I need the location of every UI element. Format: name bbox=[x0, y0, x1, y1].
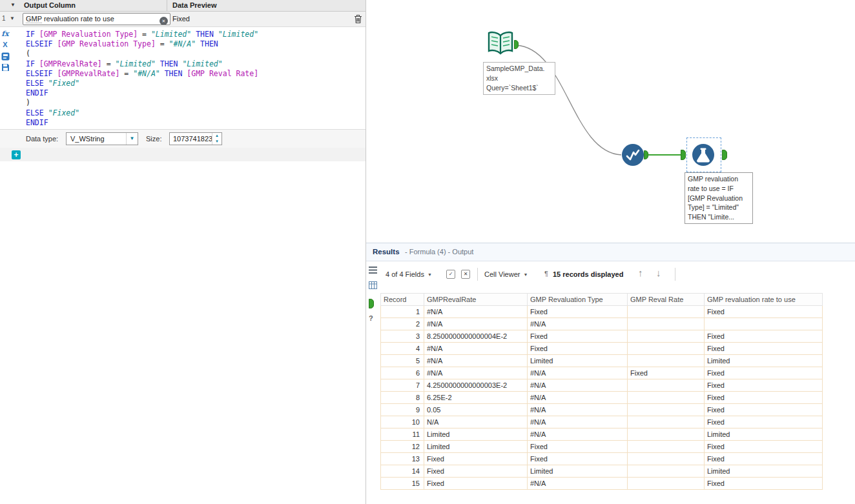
data-preview-value: Fixed bbox=[172, 15, 190, 23]
cell-viewer-dropdown[interactable]: Cell Viewer▼ bbox=[484, 270, 528, 278]
checkmark-wave-icon bbox=[622, 144, 644, 166]
results-toolbar: 4 of 4 Fields▼ ✓ ✕ Cell Viewer▼ ¶ 15 rec… bbox=[366, 261, 855, 288]
table-row[interactable]: 14FixedLimitedLimited bbox=[381, 465, 823, 478]
clear-icon[interactable]: ✕ bbox=[160, 17, 168, 25]
table-row[interactable]: 4#N/AFixedFixed bbox=[381, 343, 823, 355]
columns-icon[interactable]: X bbox=[1, 41, 10, 50]
results-subtitle: - Formula (4) - Output bbox=[405, 248, 473, 256]
output-anchor[interactable] bbox=[514, 40, 519, 49]
saved-expressions-icon[interactable] bbox=[1, 63, 10, 72]
check-icon: ✓ bbox=[449, 271, 453, 277]
table-row[interactable]: 86.25E-2#N/AFixed bbox=[381, 392, 823, 404]
chevron-down-icon: ▼ bbox=[523, 272, 528, 277]
formula-tool[interactable] bbox=[692, 144, 714, 166]
menu-icon[interactable] bbox=[369, 267, 377, 275]
size-label: Size: bbox=[146, 135, 161, 143]
column-header[interactable]: GMP Revaluation Type bbox=[528, 294, 628, 306]
chevron-down-icon[interactable]: ▼ bbox=[10, 2, 15, 8]
output-column-value-rest: revaluation rate to use bbox=[42, 15, 114, 23]
table-row[interactable]: 2#N/A#N/A bbox=[381, 318, 823, 330]
table-row[interactable]: 13FixedFixedFixed bbox=[381, 453, 823, 465]
add-expression-row: + bbox=[0, 148, 366, 161]
fields-dropdown[interactable]: 4 of 4 Fields▼ bbox=[386, 270, 432, 278]
records-displayed-label: 15 records displayed bbox=[553, 270, 623, 278]
flask-icon bbox=[692, 144, 714, 166]
data-type-row: Data type: V_WString ▼ Size: 1073741823 … bbox=[0, 129, 366, 148]
chevron-down-icon: ▼ bbox=[428, 272, 432, 277]
table-row[interactable]: 38.2500000000000004E-2FixedFixed bbox=[381, 330, 823, 343]
select-all-icon[interactable]: ✓ bbox=[446, 270, 455, 279]
table-row[interactable]: 11Limited#N/ALimited bbox=[381, 428, 823, 441]
results-title: Results bbox=[373, 248, 400, 256]
delete-expression-icon[interactable] bbox=[354, 14, 362, 24]
chevron-up-icon[interactable]: ▲ bbox=[212, 133, 221, 139]
pilcrow-icon[interactable]: ¶ bbox=[544, 270, 548, 277]
data-type-dropdown[interactable]: V_WString ▼ bbox=[66, 132, 138, 145]
connection-lines bbox=[366, 0, 855, 243]
chevron-down-icon[interactable]: ▼ bbox=[212, 139, 221, 145]
input-anchor[interactable] bbox=[681, 150, 686, 160]
input-tool-label[interactable]: SampleGMP_Data. xlsx Query=`Sheet1$` bbox=[483, 62, 555, 95]
stepper-arrows[interactable]: ▲ ▼ bbox=[212, 133, 221, 145]
chevron-down-icon: ▼ bbox=[126, 133, 138, 145]
header-divider bbox=[167, 0, 167, 11]
output-column-value-word: GMP bbox=[26, 15, 42, 23]
config-column-headers: ▼ Output Column Data Preview bbox=[0, 0, 366, 12]
table-row[interactable]: 1#N/AFixedFixed bbox=[381, 306, 823, 318]
x-icon: ✕ bbox=[464, 271, 468, 277]
down-arrow-icon[interactable]: ↓ bbox=[656, 267, 661, 278]
expression-row-number: 1 bbox=[2, 15, 6, 22]
table-row[interactable]: 15Fixed#N/AFixed bbox=[381, 478, 823, 490]
table-row[interactable]: 12LimitedFixedFixed bbox=[381, 441, 823, 453]
input-data-tool[interactable] bbox=[486, 29, 515, 59]
table-row[interactable]: 5#N/ALimitedLimited bbox=[381, 355, 823, 367]
results-table: RecordGMPRevalRateGMP Revaluation TypeGM… bbox=[380, 293, 823, 490]
results-table-body: 1#N/AFixedFixed2#N/A#N/A38.2500000000000… bbox=[381, 306, 823, 490]
toolbar-separator bbox=[675, 268, 675, 281]
column-header[interactable]: GMP revaluation rate to use bbox=[705, 294, 823, 306]
column-header[interactable]: GMP Reval Rate bbox=[628, 294, 705, 306]
formula-config-panel: ▼ Output Column Data Preview 1 ▼ GMP rev… bbox=[0, 0, 366, 504]
data-type-value: V_WString bbox=[70, 135, 105, 143]
size-stepper[interactable]: 1073741823 ▲ ▼ bbox=[169, 132, 222, 145]
cell-viewer-label: Cell Viewer bbox=[484, 270, 520, 278]
book-icon bbox=[486, 29, 515, 59]
add-expression-button[interactable]: + bbox=[12, 150, 21, 159]
table-row[interactable]: 10N/A#N/AFixed bbox=[381, 416, 823, 428]
table-view-icon[interactable] bbox=[369, 281, 377, 290]
table-row[interactable]: 74.2500000000000003E-2#N/AFixed bbox=[381, 379, 823, 392]
workflow-canvas[interactable]: SampleGMP_Data. xlsx Query=`Sheet1$` GMP… bbox=[366, 0, 855, 243]
output-anchor[interactable] bbox=[644, 150, 648, 159]
data-preview-header: Data Preview bbox=[172, 1, 216, 9]
table-row[interactable]: 6#N/A#N/AFixedFixed bbox=[381, 367, 823, 379]
column-header[interactable]: GMPRevalRate bbox=[424, 294, 528, 306]
help-icon[interactable]: ? bbox=[369, 314, 373, 322]
column-header[interactable]: Record bbox=[381, 294, 424, 306]
results-title-bar: Results - Formula (4) - Output bbox=[366, 243, 855, 261]
results-header-row: RecordGMPRevalRateGMP Revaluation TypeGM… bbox=[381, 294, 823, 306]
results-panel: Results - Formula (4) - Output 4 of 4 Fi… bbox=[366, 243, 855, 504]
output-anchor-icon[interactable] bbox=[369, 299, 374, 308]
formula-annotation[interactable]: GMP revaluation rate to use = IF [GMP Re… bbox=[685, 172, 753, 224]
fields-dropdown-label: 4 of 4 Fields bbox=[386, 270, 424, 278]
toolbar-separator bbox=[477, 268, 478, 281]
constants-icon[interactable] bbox=[1, 52, 10, 61]
size-value: 1073741823 bbox=[173, 135, 212, 143]
up-arrow-icon[interactable]: ↑ bbox=[638, 267, 643, 278]
formula-editor[interactable]: IF [GMP Revaluation Type] = "Limited" TH… bbox=[26, 30, 258, 128]
output-column-input[interactable]: GMP revaluation rate to use ✕ bbox=[23, 13, 170, 25]
select-tool[interactable] bbox=[622, 144, 644, 166]
output-anchor[interactable] bbox=[722, 150, 727, 160]
expression-row: 1 ▼ GMP revaluation rate to use ✕ Fixed bbox=[0, 12, 366, 27]
chevron-down-icon[interactable]: ▼ bbox=[10, 15, 15, 21]
data-type-label: Data type: bbox=[26, 135, 58, 143]
table-row[interactable]: 90.05#N/AFixed bbox=[381, 404, 823, 416]
output-column-header: Output Column bbox=[24, 1, 76, 9]
deselect-all-icon[interactable]: ✕ bbox=[461, 270, 470, 279]
functions-icon[interactable]: fx bbox=[1, 30, 10, 39]
